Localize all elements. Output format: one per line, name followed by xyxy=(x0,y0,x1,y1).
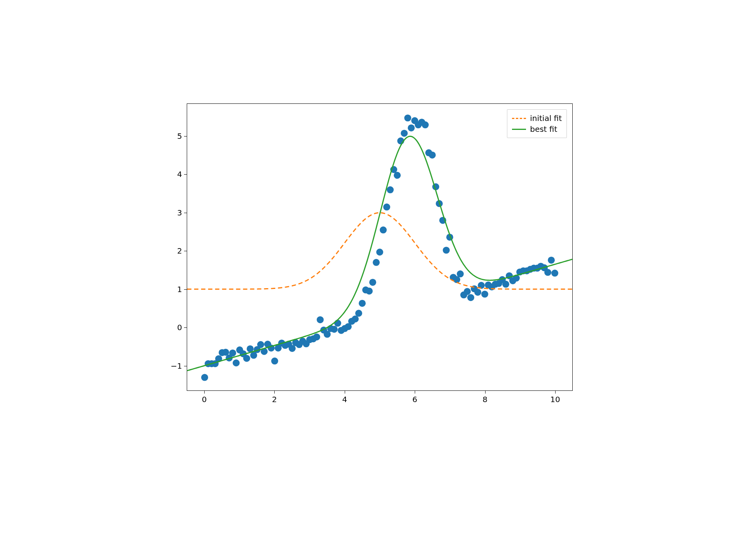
y-tick-mark xyxy=(184,213,187,213)
legend-label-initial: initial fit xyxy=(530,114,562,123)
svg-point-8 xyxy=(229,350,236,357)
y-tick-label: 3 xyxy=(177,208,182,217)
svg-point-76 xyxy=(467,294,474,301)
svg-point-0 xyxy=(201,374,208,381)
legend-item-best-fit: best fit xyxy=(512,124,562,135)
y-tick-mark xyxy=(184,366,187,366)
legend-swatch-best xyxy=(512,129,526,130)
svg-point-99 xyxy=(548,257,555,264)
svg-point-12 xyxy=(243,355,250,362)
x-tick-label: 10 xyxy=(550,395,560,404)
svg-point-53 xyxy=(387,186,394,193)
y-tick-label: 2 xyxy=(177,246,182,256)
x-tick-mark xyxy=(204,391,205,394)
x-tick-mark xyxy=(345,391,345,394)
svg-point-9 xyxy=(233,359,240,366)
svg-point-57 xyxy=(401,130,408,137)
svg-point-50 xyxy=(376,248,383,256)
svg-point-32 xyxy=(313,333,320,340)
svg-point-44 xyxy=(355,310,362,317)
svg-point-51 xyxy=(380,226,387,233)
y-tick-label: −1 xyxy=(171,361,182,371)
svg-point-55 xyxy=(394,172,401,179)
x-tick-label: 4 xyxy=(342,395,347,404)
y-tick-mark xyxy=(184,136,187,136)
svg-point-100 xyxy=(551,270,558,276)
y-tick-mark xyxy=(184,174,187,175)
y-tick-label: 4 xyxy=(177,170,182,179)
svg-point-73 xyxy=(457,270,464,277)
x-tick-label: 2 xyxy=(272,395,277,404)
y-tick-label: 5 xyxy=(177,131,182,141)
svg-point-16 xyxy=(257,341,264,348)
legend-label-best: best fit xyxy=(530,124,557,134)
svg-point-37 xyxy=(331,326,338,333)
x-tick-mark xyxy=(485,391,486,394)
x-tick-label: 0 xyxy=(202,395,207,404)
svg-point-52 xyxy=(383,203,390,210)
legend: initial fit best fit xyxy=(507,109,567,138)
svg-point-80 xyxy=(481,290,488,298)
x-tick-mark xyxy=(415,391,415,394)
scatter-series xyxy=(201,114,558,381)
x-tick-mark xyxy=(274,391,275,394)
svg-point-59 xyxy=(408,124,415,131)
svg-point-98 xyxy=(544,269,551,276)
x-tick-mark xyxy=(555,391,556,394)
x-tick-label: 8 xyxy=(482,395,487,404)
x-tick-label: 6 xyxy=(412,395,417,404)
y-tick-mark xyxy=(184,289,187,290)
svg-point-48 xyxy=(369,279,376,286)
svg-point-20 xyxy=(271,357,278,364)
svg-point-33 xyxy=(317,316,324,323)
svg-point-45 xyxy=(359,300,366,307)
y-tick-label: 1 xyxy=(177,285,182,294)
svg-point-63 xyxy=(422,121,429,128)
plot-svg xyxy=(187,104,572,390)
figure: initial fit best fit 0246810−1012345 xyxy=(124,62,622,436)
svg-point-69 xyxy=(443,247,450,254)
y-tick-label: 0 xyxy=(177,323,182,332)
svg-point-38 xyxy=(334,320,341,327)
legend-item-initial-fit: initial fit xyxy=(512,113,562,124)
svg-point-58 xyxy=(404,114,411,121)
plot-axes: initial fit best fit xyxy=(187,103,573,391)
svg-point-78 xyxy=(474,289,481,296)
y-tick-mark xyxy=(184,251,187,251)
svg-point-65 xyxy=(429,152,436,159)
svg-point-86 xyxy=(502,281,509,288)
svg-point-49 xyxy=(373,259,380,266)
svg-point-47 xyxy=(366,288,373,295)
legend-swatch-initial xyxy=(512,118,526,119)
y-tick-mark xyxy=(184,327,187,328)
svg-point-75 xyxy=(464,288,471,295)
